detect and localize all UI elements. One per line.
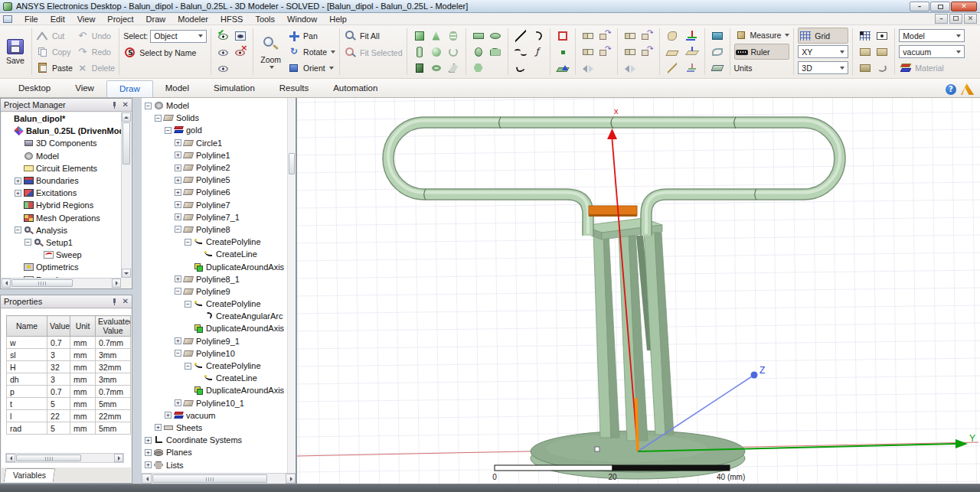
table-row[interactable]: dh3mm3mm bbox=[7, 373, 131, 386]
expander-minus-icon[interactable]: − bbox=[175, 288, 181, 295]
subtract-icon[interactable] bbox=[581, 46, 595, 58]
cell[interactable]: 32 bbox=[47, 361, 70, 373]
grid-toggle-button[interactable]: Grid bbox=[798, 28, 848, 44]
material-button[interactable]: Material bbox=[899, 60, 965, 76]
dim-visibility-icon[interactable] bbox=[217, 62, 230, 74]
model-tree-item-polyline1[interactable]: +Polyline1 bbox=[142, 149, 287, 161]
grid-dimension-dropdown[interactable]: 3D bbox=[798, 61, 848, 74]
unwrap-icon[interactable] bbox=[710, 62, 724, 74]
pin-icon[interactable] bbox=[111, 298, 118, 305]
model-tree-item-coordinate-systems[interactable]: +Coordinate Systems bbox=[142, 434, 287, 446]
menu-project[interactable]: Project bbox=[101, 14, 139, 24]
connect-icon[interactable] bbox=[710, 46, 724, 58]
model-tree-item-duplicatearoundaxis[interactable]: DuplicateAroundAxis bbox=[142, 384, 287, 396]
model-tree-item-polyline6[interactable]: +Polyline6 bbox=[142, 186, 287, 198]
plane-folder-icon[interactable] bbox=[875, 46, 889, 58]
cone-icon[interactable] bbox=[430, 30, 443, 42]
arc-3pt-icon[interactable] bbox=[531, 30, 544, 42]
move-icon[interactable] bbox=[598, 30, 612, 42]
model-tree-item-polyline9-1[interactable]: +Polyline9_1 bbox=[142, 335, 287, 347]
model-tree-vscrollbar[interactable] bbox=[287, 98, 296, 473]
project-tree-hscrollbar[interactable] bbox=[2, 278, 121, 288]
expander-plus-icon[interactable]: + bbox=[175, 165, 181, 171]
plane-closed-icon[interactable] bbox=[858, 62, 872, 74]
panel-splitter[interactable] bbox=[132, 98, 142, 484]
project-tree-item-circuit-elements[interactable]: Circuit Elements bbox=[2, 162, 121, 174]
model-tree-item-createangulararc[interactable]: CreateAngularArc bbox=[142, 310, 287, 322]
function-curve-icon[interactable] bbox=[531, 46, 544, 58]
expander-minus-icon[interactable]: − bbox=[145, 103, 152, 109]
show-selected-icon[interactable] bbox=[217, 30, 230, 42]
center-arc-icon[interactable] bbox=[514, 62, 528, 74]
model-tree-item-gold[interactable]: −gold bbox=[142, 124, 287, 136]
model-tree-item-lists[interactable]: +Lists bbox=[142, 458, 287, 471]
cuboid-icon[interactable] bbox=[413, 62, 426, 74]
project-tree-item-optimetrics[interactable]: Optimetrics bbox=[2, 261, 121, 273]
expander-minus-icon[interactable]: − bbox=[185, 301, 191, 308]
vertex-handle[interactable] bbox=[595, 447, 599, 451]
ellipse-icon[interactable] bbox=[488, 30, 502, 42]
model-tree-item-polyline5[interactable]: +Polyline5 bbox=[142, 174, 287, 186]
selected-line-highlight[interactable] bbox=[636, 398, 638, 451]
model-tree-item-model[interactable]: −Model bbox=[142, 99, 287, 112]
fit-all-button[interactable]: Fit All bbox=[344, 28, 402, 44]
pin-icon[interactable] bbox=[111, 102, 118, 109]
project-tree-item-balun-0-25l-drivenmodal[interactable]: Balun_0.25L (DrivenModal)* bbox=[2, 125, 121, 137]
spiral-icon[interactable] bbox=[446, 46, 460, 58]
cut-button[interactable]: Cut bbox=[36, 28, 73, 44]
cell[interactable]: 0.7 bbox=[47, 386, 70, 398]
select-by-name-button[interactable]: Select by Name bbox=[123, 44, 207, 61]
model-tree-item-solids[interactable]: −Solids bbox=[142, 112, 287, 124]
child-minimize-button[interactable]: – bbox=[935, 14, 948, 24]
model-tree-item-polyline10[interactable]: −Polyline10 bbox=[142, 347, 287, 360]
tab-results[interactable]: Results bbox=[267, 80, 321, 97]
rotate-copy-icon[interactable] bbox=[598, 46, 612, 58]
model-tree-item-polyline8[interactable]: −Polyline8 bbox=[142, 223, 287, 236]
menu-draw[interactable]: Draw bbox=[140, 14, 172, 24]
expander-minus-icon[interactable]: − bbox=[175, 226, 181, 233]
select-mode-dropdown[interactable]: Object bbox=[150, 30, 207, 43]
properties-hscrollbar[interactable] bbox=[5, 453, 124, 463]
expander-plus-icon[interactable]: + bbox=[15, 190, 21, 197]
view-visibility-icon[interactable] bbox=[234, 30, 247, 42]
cell[interactable]: 5 bbox=[47, 398, 70, 410]
measure-button[interactable]: Measure bbox=[734, 28, 790, 44]
tab-model[interactable]: Model bbox=[153, 80, 201, 97]
project-tree-item-3d-components[interactable]: 3D Components bbox=[2, 137, 121, 149]
wire-box-icon[interactable] bbox=[556, 30, 570, 42]
lumped-port[interactable] bbox=[589, 206, 637, 217]
cell[interactable]: 0.7 bbox=[47, 337, 70, 349]
arc-view-icon[interactable] bbox=[875, 62, 889, 74]
expander-minus-icon[interactable]: − bbox=[24, 239, 31, 246]
axes-3d-icon[interactable] bbox=[685, 30, 699, 42]
project-tree-item-sweep[interactable]: Sweep bbox=[2, 249, 121, 261]
working-plane-icon[interactable] bbox=[685, 46, 699, 58]
expander-plus-icon[interactable]: + bbox=[175, 399, 181, 406]
cell[interactable]: 3 bbox=[47, 373, 70, 386]
model-dropdown[interactable]: Model bbox=[899, 29, 965, 42]
ruler-button[interactable]: Ruler bbox=[734, 44, 790, 60]
units-button[interactable]: Units bbox=[734, 60, 790, 76]
expander-plus-icon[interactable]: + bbox=[155, 424, 162, 431]
duplicate-mirror-icon[interactable] bbox=[623, 46, 637, 58]
model-tree-item-duplicatearoundaxis[interactable]: DuplicateAroundAxis bbox=[142, 260, 287, 272]
expander-plus-icon[interactable]: + bbox=[175, 337, 181, 344]
project-tree-item-analysis[interactable]: −Analysis bbox=[2, 224, 121, 236]
hide-red-icon[interactable] bbox=[234, 46, 247, 58]
expander-minus-icon[interactable]: − bbox=[185, 239, 191, 246]
close-button[interactable]: ✕ bbox=[951, 2, 977, 11]
offset-icon[interactable] bbox=[640, 30, 654, 42]
plane-open-icon[interactable] bbox=[858, 46, 872, 58]
model-tree-item-polyline7[interactable]: +Polyline7 bbox=[142, 199, 287, 211]
table-row[interactable]: p0.7mm0.7mm bbox=[7, 386, 131, 398]
hexagon-icon[interactable] bbox=[472, 62, 485, 74]
tab-draw[interactable]: Draw bbox=[106, 80, 153, 97]
grid-plane-dropdown[interactable]: XY bbox=[798, 45, 848, 58]
sphere-icon[interactable] bbox=[430, 46, 443, 58]
rotate-button[interactable]: Rotate bbox=[287, 44, 335, 60]
menu-edit[interactable]: Edit bbox=[44, 14, 71, 24]
menu-window[interactable]: Window bbox=[281, 14, 323, 24]
cylinder-icon[interactable] bbox=[413, 46, 426, 58]
expander-plus-icon[interactable]: + bbox=[175, 152, 181, 158]
helix-icon[interactable] bbox=[446, 30, 460, 42]
